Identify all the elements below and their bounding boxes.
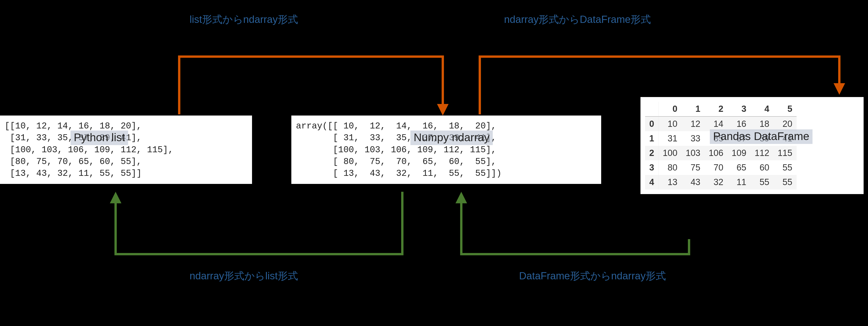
df-cell: 60 (750, 160, 773, 175)
df-cell: 13 (658, 175, 682, 190)
df-cell: 109 (727, 146, 750, 160)
arrowhead-dataframe-to-ndarray (456, 192, 467, 203)
df-col: 0 (658, 102, 682, 117)
df-cell: 103 (682, 146, 705, 160)
overlay-numpy-ndarray: Numpy ndarray (410, 131, 493, 145)
df-col: 2 (705, 102, 727, 117)
arrow-dataframe-to-ndarray (461, 199, 689, 254)
dataframe-table: 0 1 2 3 4 5 0 10 12 14 16 18 20 1 31 33 (645, 102, 797, 190)
panel-pandas-dataframe: 0 1 2 3 4 5 0 10 12 14 16 18 20 1 31 33 (641, 97, 864, 194)
df-cell: 32 (705, 175, 727, 190)
df-cell: 106 (705, 146, 727, 160)
df-cell: 65 (727, 160, 750, 175)
caption-bottom-left: ndarray形式からlist形式 (190, 269, 298, 283)
df-cell: 31 (658, 131, 682, 146)
df-cell: 115 (773, 146, 796, 160)
overlay-pandas-dataframe: Pandas DataFrame (710, 129, 812, 144)
df-cell: 100 (658, 146, 682, 160)
df-row: 3 80 75 70 65 60 55 (645, 160, 797, 175)
arrow-ndarray-to-list (116, 192, 402, 254)
caption-bottom-right: DataFrame形式からndarray形式 (519, 269, 666, 283)
df-corner (645, 102, 658, 117)
df-cell: 80 (658, 160, 682, 175)
numpy-ndarray-code: array([[ 10, 12, 14, 16, 18, 20], [ 31, … (296, 120, 596, 179)
df-row: 4 13 43 32 11 55 55 (645, 175, 797, 190)
df-idx: 1 (645, 131, 658, 146)
df-cell: 43 (682, 175, 705, 190)
arrow-list-to-ndarray (179, 57, 443, 115)
df-idx: 2 (645, 146, 658, 160)
arrowhead-ndarray-to-list (110, 192, 121, 203)
df-cell: 55 (750, 175, 773, 190)
df-cell: 14 (705, 117, 727, 131)
df-row: 2 100 103 106 109 112 115 (645, 146, 797, 160)
df-header-row: 0 1 2 3 4 5 (645, 102, 797, 117)
df-cell: 33 (682, 131, 705, 146)
panel-numpy-ndarray: array([[ 10, 12, 14, 16, 18, 20], [ 31, … (291, 116, 601, 184)
df-row: 0 10 12 14 16 18 20 (645, 117, 797, 131)
df-cell: 55 (773, 175, 796, 190)
df-idx: 3 (645, 160, 658, 175)
df-cell: 12 (682, 117, 705, 131)
caption-top-left: list形式からndarray形式 (190, 13, 298, 26)
df-idx: 4 (645, 175, 658, 190)
df-col: 4 (750, 102, 773, 117)
df-cell: 20 (773, 117, 796, 131)
df-cell: 75 (682, 160, 705, 175)
df-cell: 70 (705, 160, 727, 175)
df-cell: 11 (727, 175, 750, 190)
df-cell: 16 (727, 117, 750, 131)
df-cell: 112 (750, 146, 773, 160)
df-col: 1 (682, 102, 705, 117)
panel-python-list: [[10, 12, 14, 16, 18, 20], [31, 33, 35, … (0, 116, 252, 184)
df-cell: 18 (750, 117, 773, 131)
caption-top-right: ndarray形式からDataFrame形式 (504, 13, 651, 26)
df-col: 5 (773, 102, 796, 117)
python-list-code: [[10, 12, 14, 16, 18, 20], [31, 33, 35, … (5, 120, 247, 179)
df-cell: 55 (773, 160, 796, 175)
arrowhead-list-to-ndarray (437, 104, 448, 116)
overlay-python-list: Python list (70, 131, 128, 145)
df-col: 3 (727, 102, 750, 117)
df-idx: 0 (645, 117, 658, 131)
df-cell: 10 (658, 117, 682, 131)
arrowhead-ndarray-to-dataframe (834, 83, 845, 95)
